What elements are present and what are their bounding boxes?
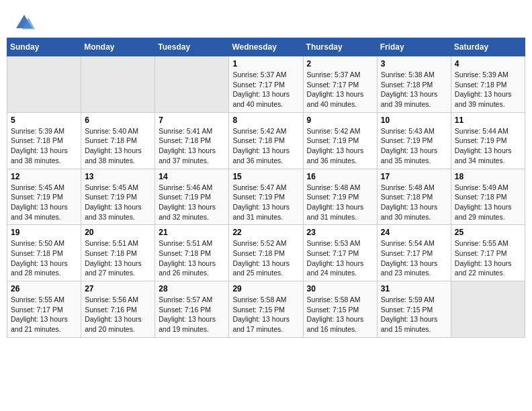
day-number: 1 [232,59,299,68]
day-number: 21 [159,228,225,237]
calendar-cell: 27Sunrise: 5:56 AMSunset: 7:16 PMDayligh… [81,281,155,338]
column-header-wednesday: Wednesday [229,38,303,56]
calendar-cell: 5Sunrise: 5:39 AMSunset: 7:18 PMDaylight… [7,112,81,169]
logo-icon [13,12,35,34]
day-info: Sunrise: 5:42 AMSunset: 7:18 PMDaylight:… [232,126,299,166]
day-number: 23 [307,228,373,237]
day-info: Sunrise: 5:58 AMSunset: 7:15 PMDaylight:… [232,295,299,334]
day-info: Sunrise: 5:54 AMSunset: 7:17 PMDaylight:… [381,238,447,278]
day-info: Sunrise: 5:45 AMSunset: 7:19 PMDaylight:… [85,183,151,222]
page-header [7,7,525,38]
day-info: Sunrise: 5:37 AMSunset: 7:17 PMDaylight:… [232,70,299,109]
day-number: 16 [307,172,373,181]
day-info: Sunrise: 5:48 AMSunset: 7:19 PMDaylight:… [307,183,373,222]
day-info: Sunrise: 5:47 AMSunset: 7:19 PMDaylight:… [232,183,299,222]
calendar-cell [7,56,81,113]
day-info: Sunrise: 5:38 AMSunset: 7:18 PMDaylight:… [381,70,447,109]
day-info: Sunrise: 5:41 AMSunset: 7:18 PMDaylight:… [159,126,225,166]
day-info: Sunrise: 5:51 AMSunset: 7:18 PMDaylight:… [85,238,151,278]
day-info: Sunrise: 5:39 AMSunset: 7:18 PMDaylight:… [11,126,77,166]
day-info: Sunrise: 5:48 AMSunset: 7:18 PMDaylight:… [381,183,447,222]
calendar-table: SundayMondayTuesdayWednesdayThursdayFrid… [7,38,525,338]
calendar-cell [81,56,155,113]
calendar-cell: 13Sunrise: 5:45 AMSunset: 7:19 PMDayligh… [81,169,155,225]
day-info: Sunrise: 5:45 AMSunset: 7:19 PMDaylight:… [11,183,77,222]
calendar-cell [155,56,229,113]
day-number: 13 [85,172,151,181]
calendar-cell: 19Sunrise: 5:50 AMSunset: 7:18 PMDayligh… [7,225,81,281]
day-info: Sunrise: 5:39 AMSunset: 7:18 PMDaylight:… [455,70,521,109]
calendar-cell: 14Sunrise: 5:46 AMSunset: 7:19 PMDayligh… [155,169,229,225]
day-number: 28 [159,284,225,293]
calendar-week-row: 12Sunrise: 5:45 AMSunset: 7:19 PMDayligh… [7,169,525,225]
calendar-cell: 9Sunrise: 5:42 AMSunset: 7:19 PMDaylight… [303,112,377,169]
calendar-cell: 12Sunrise: 5:45 AMSunset: 7:19 PMDayligh… [7,169,81,225]
day-info: Sunrise: 5:50 AMSunset: 7:18 PMDaylight:… [11,238,77,278]
day-number: 17 [381,172,447,181]
calendar-cell: 1Sunrise: 5:37 AMSunset: 7:17 PMDaylight… [229,56,303,113]
day-info: Sunrise: 5:55 AMSunset: 7:17 PMDaylight:… [11,295,77,334]
column-header-saturday: Saturday [451,38,525,56]
calendar-cell: 17Sunrise: 5:48 AMSunset: 7:18 PMDayligh… [377,169,451,225]
calendar-week-row: 1Sunrise: 5:37 AMSunset: 7:17 PMDaylight… [7,56,525,113]
day-number: 2 [307,59,373,68]
day-number: 4 [455,59,521,68]
day-number: 5 [11,116,77,125]
day-number: 14 [159,172,225,181]
day-info: Sunrise: 5:49 AMSunset: 7:18 PMDaylight:… [455,183,521,222]
calendar-cell: 8Sunrise: 5:42 AMSunset: 7:18 PMDaylight… [229,112,303,169]
day-info: Sunrise: 5:55 AMSunset: 7:17 PMDaylight:… [455,238,521,278]
day-info: Sunrise: 5:57 AMSunset: 7:16 PMDaylight:… [159,295,225,334]
day-info: Sunrise: 5:51 AMSunset: 7:18 PMDaylight:… [159,238,225,278]
day-number: 31 [381,284,447,293]
day-info: Sunrise: 5:58 AMSunset: 7:15 PMDaylight:… [307,295,373,334]
calendar-cell: 4Sunrise: 5:39 AMSunset: 7:18 PMDaylight… [451,56,525,113]
calendar-cell: 11Sunrise: 5:44 AMSunset: 7:19 PMDayligh… [451,112,525,169]
calendar-cell: 29Sunrise: 5:58 AMSunset: 7:15 PMDayligh… [229,281,303,338]
calendar-cell: 22Sunrise: 5:52 AMSunset: 7:18 PMDayligh… [229,225,303,281]
calendar-cell: 20Sunrise: 5:51 AMSunset: 7:18 PMDayligh… [81,225,155,281]
calendar-cell: 23Sunrise: 5:53 AMSunset: 7:17 PMDayligh… [303,225,377,281]
day-info: Sunrise: 5:59 AMSunset: 7:15 PMDaylight:… [381,295,447,334]
day-number: 27 [85,284,151,293]
day-info: Sunrise: 5:56 AMSunset: 7:16 PMDaylight:… [85,295,151,334]
calendar-cell: 7Sunrise: 5:41 AMSunset: 7:18 PMDaylight… [155,112,229,169]
calendar-cell: 15Sunrise: 5:47 AMSunset: 7:19 PMDayligh… [229,169,303,225]
calendar-cell: 26Sunrise: 5:55 AMSunset: 7:17 PMDayligh… [7,281,81,338]
day-number: 30 [307,284,373,293]
calendar-cell: 25Sunrise: 5:55 AMSunset: 7:17 PMDayligh… [451,225,525,281]
calendar-cell: 28Sunrise: 5:57 AMSunset: 7:16 PMDayligh… [155,281,229,338]
day-number: 6 [85,116,151,125]
day-number: 18 [455,172,521,181]
day-number: 26 [11,284,77,293]
day-info: Sunrise: 5:42 AMSunset: 7:19 PMDaylight:… [307,126,373,166]
day-number: 24 [381,228,447,237]
calendar-header-row: SundayMondayTuesdayWednesdayThursdayFrid… [7,38,525,56]
calendar-cell [451,281,525,338]
calendar-cell: 16Sunrise: 5:48 AMSunset: 7:19 PMDayligh… [303,169,377,225]
calendar-cell: 31Sunrise: 5:59 AMSunset: 7:15 PMDayligh… [377,281,451,338]
day-number: 10 [381,116,447,125]
calendar-week-row: 5Sunrise: 5:39 AMSunset: 7:18 PMDaylight… [7,112,525,169]
calendar-cell: 3Sunrise: 5:38 AMSunset: 7:18 PMDaylight… [377,56,451,113]
day-info: Sunrise: 5:43 AMSunset: 7:19 PMDaylight:… [381,126,447,166]
column-header-thursday: Thursday [303,38,377,56]
calendar-cell: 2Sunrise: 5:37 AMSunset: 7:17 PMDaylight… [303,56,377,113]
calendar-cell: 24Sunrise: 5:54 AMSunset: 7:17 PMDayligh… [377,225,451,281]
day-number: 29 [232,284,299,293]
day-number: 20 [85,228,151,237]
day-info: Sunrise: 5:37 AMSunset: 7:17 PMDaylight:… [307,70,373,109]
day-number: 3 [381,59,447,68]
column-header-monday: Monday [81,38,155,56]
column-header-tuesday: Tuesday [155,38,229,56]
calendar-cell: 18Sunrise: 5:49 AMSunset: 7:18 PMDayligh… [451,169,525,225]
calendar-cell: 21Sunrise: 5:51 AMSunset: 7:18 PMDayligh… [155,225,229,281]
day-number: 7 [159,116,225,125]
day-info: Sunrise: 5:44 AMSunset: 7:19 PMDaylight:… [455,126,521,166]
calendar-week-row: 19Sunrise: 5:50 AMSunset: 7:18 PMDayligh… [7,225,525,281]
calendar-cell: 10Sunrise: 5:43 AMSunset: 7:19 PMDayligh… [377,112,451,169]
day-number: 9 [307,116,373,125]
day-number: 12 [11,172,77,181]
column-header-sunday: Sunday [7,38,81,56]
day-number: 11 [455,116,521,125]
